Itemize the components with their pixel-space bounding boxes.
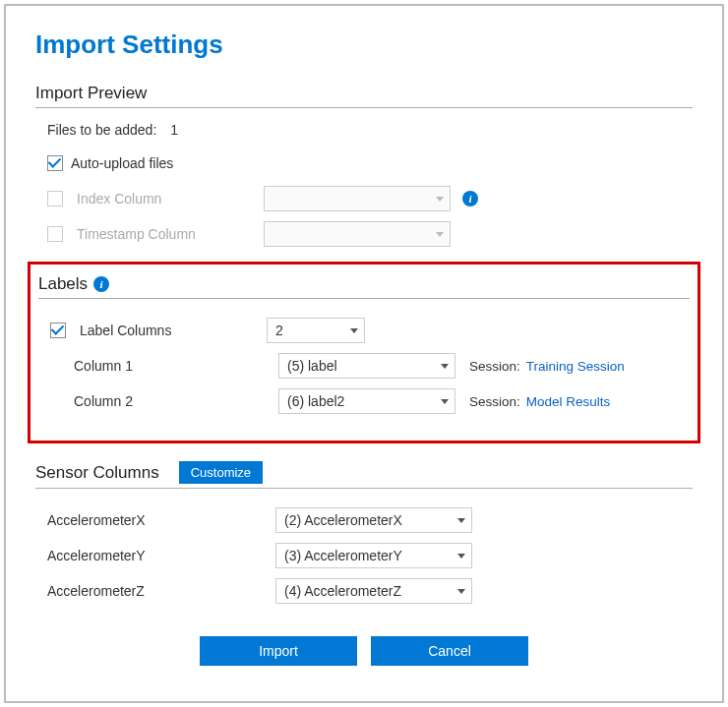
label-column-1-session-label: Session:: [469, 359, 520, 374]
label-column-1-label: Column 1: [74, 358, 133, 374]
files-to-be-added-row: Files to be added: 1: [35, 122, 693, 138]
chevron-down-icon: [436, 197, 444, 202]
labels-highlight-box: Labels i Label Columns 2 Column 1 (5) la…: [28, 262, 700, 443]
sensor-y-label: AccelerometerY: [47, 548, 146, 563]
index-column-info-icon[interactable]: i: [462, 191, 478, 206]
files-to-be-added-count: 1: [170, 122, 178, 138]
label-column-2-session-label: Session:: [469, 394, 520, 409]
import-button[interactable]: Import: [200, 636, 357, 666]
labels-info-icon[interactable]: i: [93, 276, 109, 292]
cancel-button[interactable]: Cancel: [371, 636, 528, 666]
label-column-2-select-value: (6) label2: [287, 393, 344, 409]
page-title: Import Settings: [35, 29, 693, 60]
section-heading-sensors-text: Sensor Columns: [35, 463, 159, 483]
label-column-1-select-value: (5) label: [287, 358, 337, 374]
sensor-x-label: AccelerometerX: [47, 512, 146, 528]
sensor-z-label: AccelerometerZ: [47, 583, 145, 599]
chevron-down-icon: [457, 554, 465, 559]
label-columns-row: Label Columns 2: [38, 313, 690, 348]
label-column-1-row: Column 1 (5) label Session: Training Ses…: [38, 348, 690, 383]
section-heading-labels: Labels i: [38, 274, 690, 299]
timestamp-column-label: Timestamp Column: [77, 226, 196, 242]
chevron-down-icon: [436, 232, 444, 237]
label-columns-select[interactable]: 2: [267, 318, 365, 343]
sensor-row-z: AccelerometerZ (4) AccelerometerZ: [35, 573, 693, 609]
label-column-2-select[interactable]: (6) label2: [278, 388, 455, 414]
sensor-row-x: AccelerometerX (2) AccelerometerX: [35, 502, 693, 538]
auto-upload-checkbox[interactable]: [47, 155, 63, 171]
sensor-z-select-value: (4) AccelerometerZ: [284, 583, 401, 599]
index-column-label: Index Column: [77, 191, 161, 206]
chevron-down-icon: [441, 399, 449, 404]
chevron-down-icon: [350, 328, 358, 333]
label-columns-select-value: 2: [275, 323, 283, 338]
import-settings-dialog: Import Settings Import Preview Files to …: [4, 4, 724, 703]
timestamp-column-select[interactable]: [264, 221, 451, 247]
index-column-checkbox[interactable]: [47, 191, 63, 206]
chevron-down-icon: [441, 364, 449, 369]
files-to-be-added-label: Files to be added:: [47, 122, 156, 138]
customize-button[interactable]: Customize: [179, 461, 263, 484]
button-row: Import Cancel: [35, 636, 693, 666]
section-heading-preview: Import Preview: [35, 84, 693, 108]
timestamp-column-row: Timestamp Column: [35, 216, 693, 252]
sensor-y-select[interactable]: (3) AccelerometerY: [275, 543, 472, 568]
section-heading-preview-text: Import Preview: [35, 84, 147, 103]
sensor-y-select-value: (3) AccelerometerY: [284, 548, 402, 563]
label-column-1-session-link[interactable]: Training Session: [526, 359, 625, 374]
auto-upload-row: Auto-upload files: [35, 146, 693, 181]
section-heading-sensors: Sensor Columns Customize: [35, 461, 693, 489]
sensor-x-select[interactable]: (2) AccelerometerX: [275, 507, 472, 533]
section-heading-labels-text: Labels: [38, 274, 88, 294]
sensor-x-select-value: (2) AccelerometerX: [284, 512, 402, 528]
label-column-1-select[interactable]: (5) label: [278, 353, 455, 379]
index-column-select[interactable]: [264, 186, 451, 211]
label-columns-label: Label Columns: [80, 323, 171, 338]
timestamp-column-checkbox[interactable]: [47, 226, 63, 242]
label-column-2-session-link[interactable]: Model Results: [526, 394, 611, 409]
index-column-row: Index Column i: [35, 181, 693, 216]
chevron-down-icon: [457, 518, 465, 523]
sensor-row-y: AccelerometerY (3) AccelerometerY: [35, 538, 693, 573]
auto-upload-label: Auto-upload files: [71, 155, 173, 171]
chevron-down-icon: [457, 589, 465, 594]
sensor-z-select[interactable]: (4) AccelerometerZ: [275, 578, 472, 604]
label-column-2-label: Column 2: [74, 393, 133, 409]
label-column-2-row: Column 2 (6) label2 Session: Model Resul…: [38, 383, 690, 419]
label-columns-checkbox[interactable]: [50, 323, 66, 338]
